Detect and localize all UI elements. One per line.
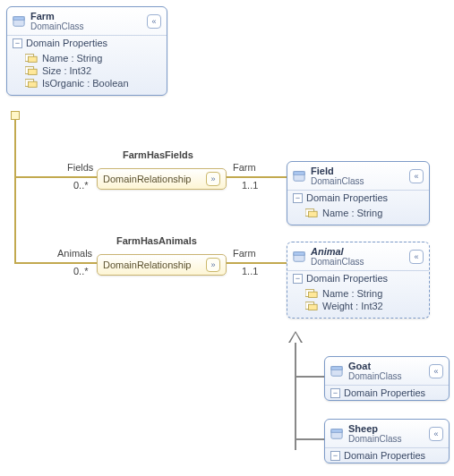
section-label: Domain Properties [306, 192, 388, 203]
class-sub: DomainClass [30, 21, 141, 32]
conn [14, 176, 97, 178]
title: Goat DomainClass [348, 361, 424, 382]
class-field[interactable]: Field DomainClass « − Domain Properties … [287, 161, 430, 225]
props-list: Name : String Weight : Int32 [287, 285, 429, 318]
title: Sheep DomainClass [348, 423, 424, 445]
property-label: Name : String [322, 288, 382, 299]
svg-rect-19 [331, 367, 342, 370]
rel1-right-role: Farm [233, 162, 256, 173]
class-name: Animal [311, 246, 404, 257]
section-toggle[interactable]: − [330, 451, 340, 461]
section-toggle[interactable]: − [13, 38, 22, 48]
class-name: Sheep [348, 423, 424, 434]
property-label: IsOrganic : Boolean [42, 78, 129, 89]
collapse-button[interactable]: « [147, 14, 161, 29]
rel2-right-mult: 1..1 [242, 266, 258, 276]
property-icon [305, 301, 318, 311]
collapse-button[interactable]: « [429, 427, 443, 441]
property-row[interactable]: Name : String [305, 207, 424, 219]
property-icon [25, 53, 38, 64]
conn [224, 176, 287, 178]
svg-rect-21 [331, 429, 342, 433]
conn [14, 120, 16, 263]
expand-button[interactable]: » [206, 258, 220, 272]
rel2-left-mult: 0..* [73, 266, 89, 276]
property-icon [25, 78, 38, 89]
class-goat[interactable]: Goat DomainClass « − Domain Properties [324, 356, 450, 401]
class-icon [293, 251, 305, 263]
class-icon [330, 365, 343, 378]
class-sub: DomainClass [348, 434, 424, 445]
class-sub: DomainClass [311, 257, 404, 268]
section-toggle[interactable]: − [293, 193, 303, 203]
rel1-left-role: Fields [67, 162, 93, 173]
svg-rect-17 [309, 304, 318, 310]
property-icon [305, 208, 318, 218]
class-farm[interactable]: Farm DomainClass « − Domain Properties N… [6, 6, 167, 96]
property-row[interactable]: Name : String [25, 52, 161, 64]
class-animal[interactable]: Animal DomainClass « − Domain Properties… [287, 242, 430, 319]
relationship-farmhasfields[interactable]: DomainRelationship » [97, 168, 227, 190]
port-farm-out [11, 111, 20, 120]
relationship-farmhasanimals[interactable]: DomainRelationship » [97, 254, 227, 276]
svg-rect-1 [13, 17, 24, 21]
title: Field DomainClass [311, 166, 404, 187]
rel-sub: DomainRelationship [103, 174, 206, 184]
svg-rect-11 [309, 211, 318, 217]
rel2-left-role: Animals [57, 248, 92, 259]
class-icon [330, 428, 343, 440]
rel-sub: DomainRelationship [103, 259, 206, 270]
inheritance-arrow-fill [290, 333, 301, 343]
props-list: Name : String Size : Int32 IsOrganic : B… [7, 50, 167, 95]
property-label: Name : String [42, 53, 102, 64]
property-label: Name : String [322, 208, 382, 218]
collapse-button[interactable]: « [409, 250, 424, 264]
conn [295, 376, 325, 378]
rel1-title: FarmHasFields [123, 149, 193, 160]
class-sub: DomainClass [311, 176, 404, 187]
property-row[interactable]: IsOrganic : Boolean [25, 77, 161, 89]
rel2-right-role: Farm [233, 248, 256, 259]
class-sheep[interactable]: Sheep DomainClass « − Domain Properties [324, 419, 450, 463]
conn [224, 262, 287, 264]
class-icon [293, 170, 305, 183]
svg-rect-3 [29, 56, 38, 62]
class-icon [13, 15, 25, 28]
property-icon [25, 65, 38, 76]
property-label: Weight : Int32 [322, 301, 383, 311]
conn [14, 262, 97, 264]
section-toggle[interactable]: − [330, 388, 340, 398]
svg-rect-13 [294, 252, 304, 256]
section-label: Domain Properties [344, 450, 425, 461]
class-name: Field [311, 166, 404, 176]
collapse-button[interactable]: « [409, 169, 424, 183]
rel2-title: FarmHasAnimals [116, 235, 197, 246]
section-label: Domain Properties [26, 38, 107, 48]
conn [295, 438, 325, 440]
rel1-right-mult: 1..1 [242, 180, 258, 191]
svg-rect-5 [29, 69, 38, 74]
title: Animal DomainClass [311, 246, 404, 268]
class-name: Farm [30, 11, 141, 21]
conn [295, 343, 296, 450]
rel1-left-mult: 0..* [73, 180, 89, 191]
title: Farm DomainClass [30, 11, 141, 32]
property-row[interactable]: Name : String [305, 287, 424, 300]
svg-rect-9 [294, 172, 304, 175]
section-label: Domain Properties [306, 273, 388, 284]
props-list: Name : String [287, 205, 429, 225]
svg-rect-7 [29, 81, 38, 87]
property-row[interactable]: Size : Int32 [25, 64, 161, 77]
property-row[interactable]: Weight : Int32 [305, 300, 424, 312]
property-label: Size : Int32 [42, 65, 91, 76]
property-icon [305, 288, 318, 299]
section-toggle[interactable]: − [293, 274, 303, 284]
section-label: Domain Properties [344, 387, 425, 398]
class-sub: DomainClass [348, 371, 424, 382]
diagram-canvas: FarmHasFields Fields 0..* Farm 1..1 Farm… [0, 0, 454, 476]
expand-button[interactable]: » [206, 172, 220, 186]
class-name: Goat [348, 361, 424, 371]
collapse-button[interactable]: « [429, 364, 443, 378]
svg-rect-15 [309, 292, 318, 297]
